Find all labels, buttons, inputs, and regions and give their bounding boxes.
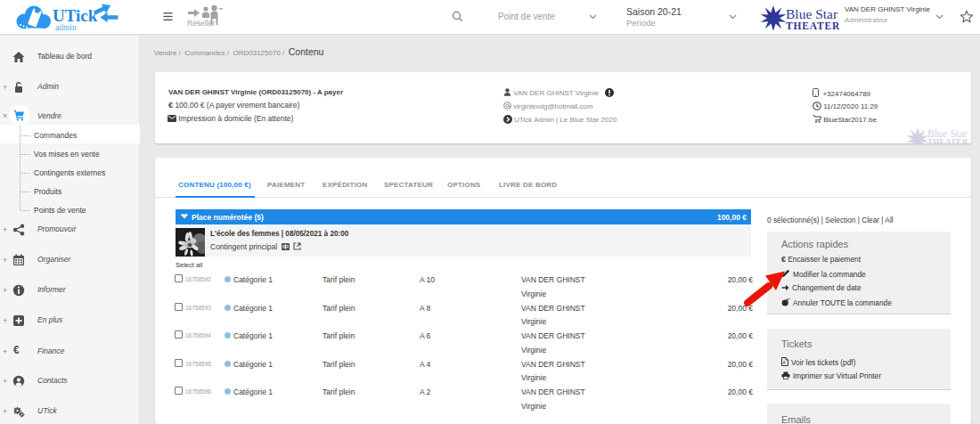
svg-text:A: A: [782, 360, 786, 365]
svg-text:UTick: UTick: [53, 6, 98, 25]
svg-text:admin: admin: [55, 23, 77, 32]
svg-text:THEATER: THEATER: [927, 137, 968, 143]
svg-text:Reseller: Reseller: [187, 19, 215, 28]
svg-text:THEATER: THEATER: [786, 20, 840, 31]
svg-text:Blue Star: Blue Star: [786, 6, 838, 21]
